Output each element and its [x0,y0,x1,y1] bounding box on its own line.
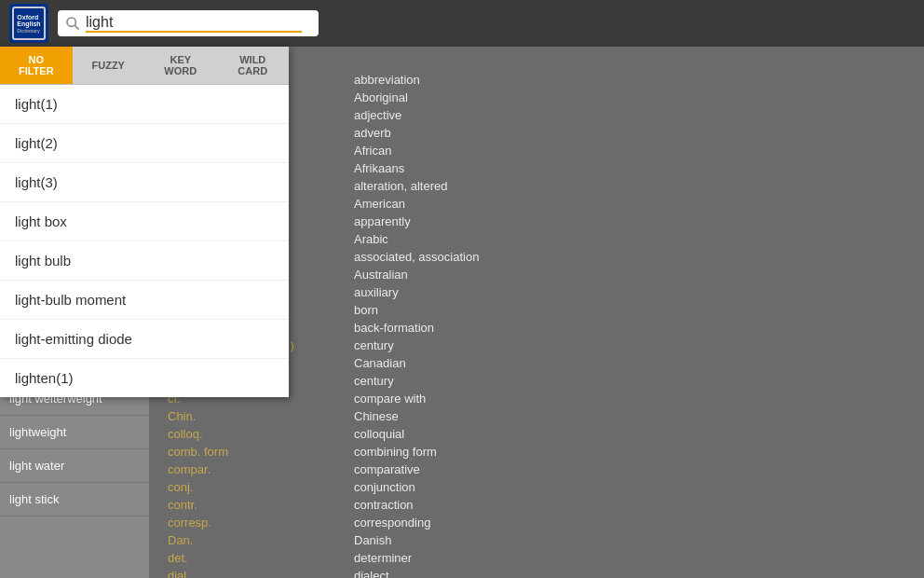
abbrev-key: conj. [168,480,354,494]
search-container [58,10,319,36]
suggestion-item[interactable]: light(1) [0,85,289,124]
filter-tabs: NOFILTER FUZZY KEYWORD WILDCARD [0,47,289,85]
abbrev-value: dialect [354,569,389,578]
search-icon [65,16,80,31]
abbrev-key: contr. [168,498,354,512]
abbrev-value: abbreviation [354,73,420,87]
abbreviation-row: Dan.Danish [168,531,905,549]
abbrev-value: African [354,144,391,158]
suggestion-item[interactable]: lighten(1) [0,359,289,397]
abbrev-value: adverb [354,126,391,140]
abbrev-value: Danish [354,533,391,547]
abbrev-value: conjunction [354,480,415,494]
abbrev-value: combining form [354,445,437,459]
abbreviation-row: comb. formcombining form [168,443,905,461]
abbrev-key: colloq. [168,427,354,441]
suggestion-item[interactable]: light(3) [0,163,289,202]
abbrev-key: comb. form [168,445,354,459]
abbrev-key: corresp. [168,516,354,530]
abbrev-value: corresponding [354,516,430,530]
abbrev-value: born [354,303,378,317]
abbreviation-row: det.determiner [168,549,905,567]
svg-line-1 [75,25,79,30]
filter-tab-fuzzy[interactable]: FUZZY [73,47,145,84]
suggestion-item[interactable]: light bulb [0,241,289,281]
abbreviation-row: corresp.corresponding [168,514,905,531]
abbrev-value: auxiliary [354,285,399,299]
suggestion-item[interactable]: light-bulb moment [0,281,289,320]
list-item[interactable]: lightweight [0,416,149,449]
abbreviation-row: colloq.colloquial [168,425,905,443]
abbrev-value: associated, association [354,250,479,264]
suggestion-item[interactable]: light box [0,202,289,241]
svg-point-0 [67,18,75,26]
search-input[interactable] [86,14,302,33]
list-item[interactable]: light water [0,449,149,483]
abbrev-value: apparently [354,214,411,228]
filter-tab-no-filter[interactable]: NOFILTER [0,47,73,84]
bookmark-button[interactable] [883,18,894,29]
abbrev-value: Chinese [354,409,399,423]
abbrev-value: determiner [354,551,412,565]
abbreviation-row: compar.comparative [168,461,905,478]
abbreviation-row: conj.conjunction [168,478,905,496]
abbrev-value: alteration, altered [354,179,447,193]
abbrev-key: compar. [168,462,354,476]
abbrev-value: Canadian [354,356,406,370]
abbrev-value: comparative [354,462,420,476]
search-dropdown: NOFILTER FUZZY KEYWORD WILDCARD light(1)… [0,47,289,397]
abbrev-value: contraction [354,498,414,512]
abbrev-value: Australian [354,268,408,282]
abbrev-key: det. [168,551,354,565]
abbrev-value: century [354,338,394,352]
suggestion-item[interactable]: light(2) [0,124,289,163]
abbrev-key: Dan. [168,533,354,547]
abbrev-key: dial. [168,569,354,578]
abbrev-value: Aboriginal [354,90,408,104]
list-item[interactable]: light stick [0,483,149,516]
abbrev-value: adjective [354,108,401,122]
abbrev-value: Afrikaans [354,161,404,175]
top-bar: OxfordEnglishDictionary [0,0,924,47]
abbrev-value: compare with [354,392,426,406]
abbrev-value: colloquial [354,427,404,441]
filter-tab-wild-card[interactable]: WILDCARD [217,47,290,84]
main-layout: Abbre... alight(... light(1... zodiac...… [0,47,924,578]
abbreviation-row: dial.dialect [168,567,905,578]
menu-button[interactable] [904,18,915,29]
abbrev-value: American [354,197,405,211]
abbreviation-row: contr.contraction [168,496,905,514]
abbrev-value: Arabic [354,232,388,246]
suggestion-item[interactable]: light-emitting diode [0,320,289,359]
suggestion-list: light(1)light(2)light(3)light boxlight b… [0,85,289,397]
app-logo[interactable]: OxfordEnglishDictionary [9,4,48,43]
abbrev-value: century [354,374,394,388]
logo-text: OxfordEnglishDictionary [17,14,40,34]
abbrev-value: back-formation [354,321,434,335]
filter-tab-keyword[interactable]: KEYWORD [144,47,217,84]
abbreviation-row: Chin.Chinese [168,407,905,425]
abbrev-key: Chin. [168,409,354,423]
